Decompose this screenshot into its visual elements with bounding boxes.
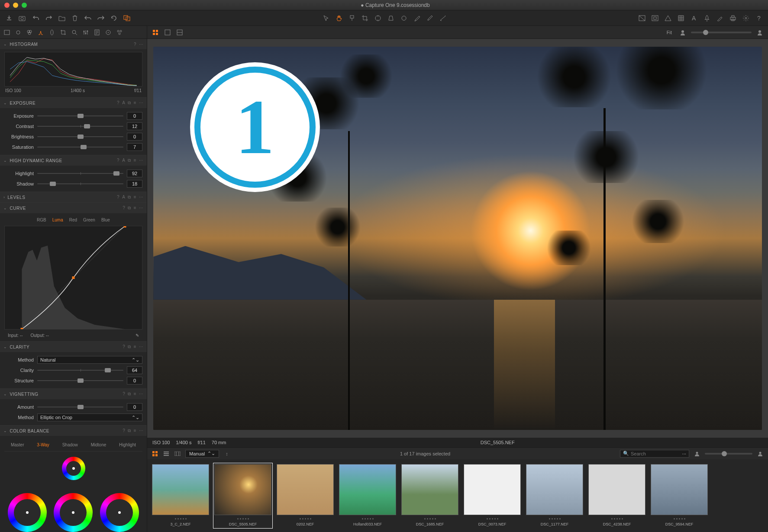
curve-tab-green[interactable]: Green — [83, 218, 95, 222]
thumbnail[interactable]: DSC_1177.NEF — [525, 463, 584, 529]
structure-slider[interactable] — [37, 378, 123, 384]
capture-icon[interactable] — [18, 14, 26, 22]
thumbnail-rating[interactable] — [339, 516, 396, 521]
library-tab-icon[interactable] — [3, 29, 10, 36]
edit-icon[interactable] — [716, 14, 724, 22]
labels-icon[interactable]: A — [690, 14, 698, 22]
search-more-icon[interactable]: ··· — [682, 451, 686, 456]
chevron-right-icon[interactable]: › — [3, 195, 5, 199]
thumbnail-size-slider[interactable] — [705, 453, 752, 455]
thumbnail[interactable]: DSC_5505.NEF — [213, 463, 273, 529]
clarity-method-select[interactable]: Natural⌃⌄ — [37, 356, 142, 364]
browser-filmstrip-icon[interactable] — [174, 450, 181, 457]
chevron-down-icon[interactable]: ⌄ — [3, 158, 7, 163]
reset-icon[interactable]: ≡ — [134, 158, 136, 163]
thumbnail-rating[interactable] — [588, 516, 645, 521]
trash-icon[interactable] — [71, 14, 79, 22]
reset-icon[interactable]: ≡ — [134, 100, 136, 106]
minimize-window-button[interactable] — [13, 3, 18, 8]
amount-value[interactable]: 0 — [127, 403, 142, 411]
pin-icon[interactable] — [703, 14, 711, 22]
help-icon[interactable]: ? — [117, 158, 119, 163]
contrast-slider[interactable] — [37, 123, 123, 129]
shadow-value[interactable]: 18 — [127, 180, 142, 188]
vignetting-method-select[interactable]: Elliptic on Crop⌃⌄ — [37, 413, 142, 421]
browser-grid-icon[interactable] — [152, 450, 158, 457]
color-tab-icon[interactable] — [26, 29, 33, 36]
image-viewport[interactable]: 1 — [147, 39, 768, 438]
redo-icon[interactable] — [97, 14, 105, 22]
sort-select[interactable]: Manual⌃⌄ — [185, 450, 219, 458]
chevron-down-icon[interactable]: ⌄ — [3, 345, 7, 349]
curve-tab-rgb[interactable]: RGB — [37, 218, 46, 222]
copy-icon[interactable]: ⧉ — [128, 195, 131, 200]
sort-direction-icon[interactable]: ↕ — [223, 450, 230, 457]
thumbnail-rating[interactable] — [464, 516, 521, 521]
warning-icon[interactable] — [664, 14, 672, 22]
details-tab-icon[interactable] — [71, 29, 78, 36]
chevron-down-icon[interactable]: ⌄ — [3, 429, 7, 433]
maximize-window-button[interactable] — [22, 3, 27, 8]
user-icon[interactable] — [679, 29, 687, 36]
copy-icon[interactable]: ⧉ — [128, 428, 131, 433]
reset-icon[interactable]: ≡ — [134, 428, 136, 433]
lens-tab-icon[interactable] — [48, 29, 55, 36]
batch-tab-icon[interactable] — [116, 29, 123, 36]
chevron-down-icon[interactable]: ⌄ — [3, 206, 7, 210]
exposure-slider[interactable] — [37, 113, 123, 119]
help-icon[interactable]: ? — [117, 100, 119, 106]
copy-adjustments-icon[interactable] — [123, 14, 131, 22]
contrast-value[interactable]: 12 — [127, 122, 142, 130]
cb-tab-highlight[interactable]: Highlight — [116, 441, 139, 449]
exposure-warning-icon[interactable] — [638, 14, 646, 22]
undo-icon[interactable] — [84, 14, 92, 22]
thumbnail-rating[interactable] — [401, 516, 458, 521]
crop-tab-icon[interactable] — [60, 29, 67, 36]
close-window-button[interactable] — [4, 3, 10, 8]
copy-icon[interactable]: ⧉ — [128, 344, 131, 349]
help-icon[interactable]: ? — [117, 195, 119, 200]
help-icon[interactable]: ? — [123, 428, 125, 433]
rotate-right-icon[interactable] — [45, 14, 53, 22]
thumbnail-rating[interactable] — [526, 516, 583, 521]
help-icon[interactable]: ? — [123, 344, 125, 349]
browser-list-icon[interactable] — [163, 450, 170, 457]
import-icon[interactable] — [5, 14, 13, 22]
help-icon[interactable]: ? — [123, 205, 125, 211]
exposure-value[interactable]: 0 — [127, 112, 142, 120]
thumbnail[interactable]: DSC_1685.NEF — [400, 463, 460, 529]
gradient-icon[interactable] — [439, 14, 447, 22]
settings-icon[interactable] — [742, 14, 750, 22]
curve-tab-blue[interactable]: Blue — [101, 218, 110, 222]
curve-picker-icon[interactable]: ✎ — [136, 333, 139, 338]
reset-icon[interactable]: ≡ — [134, 195, 136, 200]
exposure-tab-icon[interactable] — [37, 29, 44, 36]
thumbnail[interactable]: DSC_0073.NEF — [462, 463, 522, 529]
cb-tab-midtone[interactable]: Midtone — [87, 441, 110, 449]
more-icon[interactable]: ··· — [139, 42, 143, 47]
capture-tab-icon[interactable] — [15, 29, 22, 36]
saturation-value[interactable]: 7 — [127, 143, 142, 151]
reset-icon[interactable] — [110, 14, 118, 22]
user-2-icon[interactable] — [756, 29, 764, 36]
more-icon[interactable]: ··· — [139, 205, 143, 211]
more-icon[interactable]: ··· — [139, 344, 143, 349]
auto-icon[interactable]: A — [122, 158, 125, 163]
adjustments-tab-icon[interactable] — [82, 29, 89, 36]
chevron-down-icon[interactable]: ⌄ — [3, 392, 7, 396]
pan-icon[interactable] — [335, 14, 343, 22]
thumbnail[interactable]: 0202.NEF — [275, 463, 335, 529]
chevron-down-icon[interactable]: ⌄ — [3, 42, 7, 46]
auto-icon[interactable]: A — [122, 100, 125, 106]
thumbnail[interactable]: 3_C_2.NEF — [151, 463, 210, 529]
copy-icon[interactable]: ⧉ — [128, 205, 131, 211]
brightness-value[interactable]: 0 — [127, 133, 142, 141]
more-icon[interactable]: ··· — [139, 428, 143, 433]
cursor-select-icon[interactable] — [322, 14, 330, 22]
copy-icon[interactable]: ⧉ — [128, 158, 131, 163]
eyedropper-icon[interactable] — [426, 14, 434, 22]
more-icon[interactable]: ··· — [139, 391, 143, 397]
midtone-wheel[interactable] — [54, 493, 93, 532]
multi-view-icon[interactable] — [152, 29, 159, 36]
rotate-left-icon[interactable] — [32, 14, 40, 22]
